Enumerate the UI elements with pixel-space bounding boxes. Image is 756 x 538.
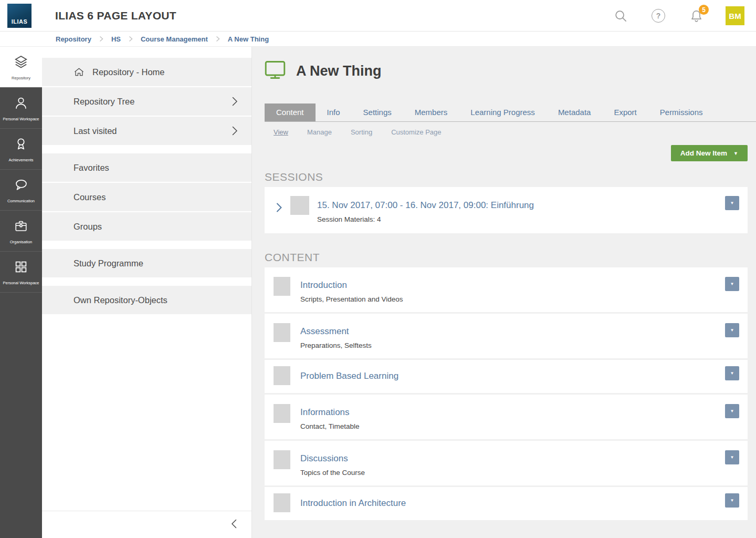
bell-icon[interactable]: 5: [689, 8, 704, 23]
caret-down-icon: ▼: [730, 371, 734, 376]
rail-item-organisation[interactable]: Organisation: [0, 211, 42, 252]
breadcrumb-a-new-thing[interactable]: A New Thing: [228, 35, 269, 43]
subtab-customize-page[interactable]: Customize Page: [391, 128, 441, 136]
sidebar-item-repository-home[interactable]: Repository - Home: [42, 58, 251, 86]
breadcrumb-hs[interactable]: HS: [111, 35, 121, 43]
sidebar-item-label: Study Programme: [74, 258, 143, 268]
item-actions-dropdown[interactable]: ▼: [725, 404, 739, 418]
sidebar-footer: [42, 511, 251, 538]
item-title-link[interactable]: Discussions: [300, 453, 365, 464]
item-title-link[interactable]: Introduction: [300, 280, 403, 291]
sidebar-item-groups[interactable]: Groups: [42, 212, 251, 241]
item-thumbnail: [274, 366, 290, 385]
item-thumbnail: [274, 493, 290, 512]
tab-learning-progress[interactable]: Learning Progress: [459, 104, 547, 121]
subtab-sorting[interactable]: Sorting: [351, 128, 372, 136]
rail-item-label: Organisation: [10, 240, 33, 244]
tab-metadata[interactable]: Metadata: [547, 104, 603, 121]
rail-item-repository[interactable]: Repository: [0, 47, 42, 88]
avatar-initials: BM: [729, 12, 741, 20]
subtab-manage[interactable]: Manage: [307, 128, 332, 136]
rail-item-achievements[interactable]: Achievements: [0, 129, 42, 170]
question-glyph: ?: [656, 12, 661, 20]
item-text: Discussions Topics of the Course: [300, 450, 365, 477]
page-title: A New Thing: [296, 63, 382, 79]
sidebar-item-study-programme[interactable]: Study Programme: [42, 249, 251, 277]
item-actions-dropdown[interactable]: ▼: [725, 366, 739, 380]
sidebar-item-label: Repository Tree: [74, 97, 134, 107]
header-actions: ? 5 BM: [590, 0, 744, 32]
rail-item-communication[interactable]: Communication: [0, 170, 42, 211]
tab-settings[interactable]: Settings: [352, 104, 403, 121]
header: ILIAS ILIAS 6 PAGE LAYOUT ? 5 BM: [0, 0, 756, 32]
item-title-link[interactable]: Introduction in Architecture: [300, 498, 406, 509]
item-text: Problem Based Learning: [300, 366, 398, 381]
tab-content[interactable]: Content: [265, 104, 316, 121]
item-thumbnail: [274, 404, 290, 423]
session-text: 15. Nov 2017, 07:00 - 16. Nov 2017, 09:0…: [317, 196, 534, 223]
speech-bubble-icon: [13, 177, 29, 195]
app-title: ILIAS 6 PAGE LAYOUT: [55, 9, 176, 22]
content-row-discussions: Discussions Topics of the Course ▼: [265, 441, 748, 485]
session-actions-dropdown[interactable]: ▼: [725, 196, 739, 210]
item-description: Topics of the Course: [300, 469, 365, 477]
main-rail: Repository Personal Workspace Achievemen…: [0, 47, 42, 538]
caret-down-icon: ▼: [733, 151, 738, 156]
sidebar-item-courses[interactable]: Courses: [42, 183, 251, 211]
sidebar-item-repository-tree[interactable]: Repository Tree: [42, 87, 251, 116]
collapse-sidebar-button[interactable]: [229, 518, 239, 532]
item-actions-dropdown[interactable]: ▼: [725, 323, 739, 337]
chevron-right-icon: [230, 96, 239, 107]
sidebar-item-own-repository-objects[interactable]: Own Repository-Objects: [42, 286, 251, 314]
award-icon: [13, 136, 29, 154]
tab-info[interactable]: Info: [316, 104, 352, 121]
rail-item-label: Communication: [7, 199, 35, 203]
chevron-right-icon: [230, 125, 239, 137]
notification-badge: 5: [699, 5, 709, 15]
session-thumbnail: [290, 196, 309, 215]
sidebar-item-favorites[interactable]: Favorites: [42, 153, 251, 182]
chevron-right-icon: [99, 36, 104, 42]
grid-icon: [13, 259, 29, 277]
item-title-link[interactable]: Assessment: [300, 326, 372, 337]
session-title-link[interactable]: 15. Nov 2017, 07:00 - 16. Nov 2017, 09:0…: [317, 200, 534, 211]
chevron-right-icon: [215, 36, 220, 42]
item-title-link[interactable]: Problem Based Learning: [300, 371, 398, 381]
breadcrumb-course-management[interactable]: Course Management: [141, 35, 208, 43]
item-title-link[interactable]: Informations: [300, 407, 360, 418]
toolbar: Add New Item ▼: [265, 145, 748, 161]
rail-item-personal-workspace-2[interactable]: Personal Workspace: [0, 252, 42, 293]
subtab-view[interactable]: View: [274, 128, 288, 136]
item-description: Contact, Timetable: [300, 422, 360, 430]
item-text: Introduction in Architecture: [300, 493, 406, 509]
caret-down-icon: ▼: [730, 409, 734, 413]
item-actions-dropdown[interactable]: ▼: [725, 277, 739, 291]
avatar[interactable]: BM: [726, 6, 744, 25]
briefcase-icon: [13, 218, 29, 236]
monitor-icon: [265, 60, 286, 81]
item-actions-dropdown[interactable]: ▼: [725, 450, 739, 464]
sidebar-item-label: Own Repository-Objects: [74, 295, 167, 305]
tab-permissions[interactable]: Permissions: [648, 104, 715, 121]
content-row-introduction-in-architecture: Introduction in Architecture ▼: [265, 487, 748, 520]
item-actions-dropdown[interactable]: ▼: [725, 493, 739, 508]
tab-members[interactable]: Members: [403, 104, 459, 121]
search-icon[interactable]: [613, 8, 628, 23]
item-text: Assessment Preparations, Selftests: [300, 323, 372, 349]
caret-down-icon: ▼: [730, 201, 734, 205]
sidebar-item-last-visited[interactable]: Last visited: [42, 117, 251, 145]
ilias-logo[interactable]: ILIAS: [7, 4, 32, 28]
section-heading-content: CONTENT: [265, 251, 748, 264]
item-description: Preparations, Selftests: [300, 342, 372, 349]
item-thumbnail: [274, 450, 290, 469]
page-head: A New Thing: [265, 60, 748, 81]
expand-session-button[interactable]: [275, 202, 284, 215]
layers-icon: [13, 54, 29, 72]
breadcrumb-repository[interactable]: Repository: [56, 35, 91, 43]
add-new-item-label: Add New Item: [680, 149, 727, 157]
rail-item-personal-workspace[interactable]: Personal Workspace: [0, 88, 42, 129]
add-new-item-button[interactable]: Add New Item ▼: [671, 145, 748, 161]
breadcrumb: Repository HS Course Management A New Th…: [0, 32, 756, 47]
tab-export[interactable]: Export: [602, 104, 648, 121]
help-icon[interactable]: ?: [651, 8, 666, 23]
